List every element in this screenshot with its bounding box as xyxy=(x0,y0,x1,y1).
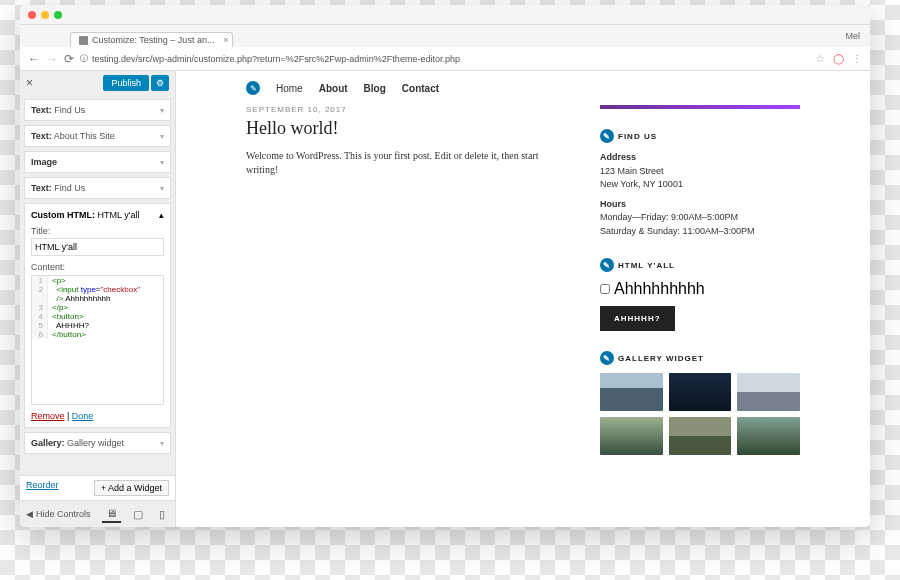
star-icon[interactable]: ☆ xyxy=(816,53,825,64)
widget-item-expanded: Custom HTML: HTML y'all▴ Title: Content:… xyxy=(24,203,171,428)
nav-link[interactable]: Home xyxy=(276,83,303,94)
url-field[interactable]: ⓘ testing.dev/src/wp-admin/customize.php… xyxy=(80,53,810,64)
gallery-image[interactable] xyxy=(737,373,800,411)
title-label: Title: xyxy=(31,226,164,236)
edit-shortcut-icon[interactable]: ✎ xyxy=(600,129,614,143)
nav-link[interactable]: About xyxy=(319,83,348,94)
edit-shortcut-icon[interactable]: ✎ xyxy=(600,258,614,272)
tab-close-icon[interactable]: × xyxy=(223,35,228,45)
nav-back-icon[interactable]: ← xyxy=(28,52,40,66)
tab-title: Customize: Testing – Just an... xyxy=(92,35,214,45)
address-bar: ← → ⟳ ⓘ testing.dev/src/wp-admin/customi… xyxy=(20,47,870,71)
window-titlebar xyxy=(20,5,870,25)
chevron-up-icon[interactable]: ▴ xyxy=(159,210,164,220)
widget-find-us: ✎FIND US Address 123 Main Street New Yor… xyxy=(600,129,800,238)
browser-tabbar: Customize: Testing – Just an... × Mel xyxy=(20,25,870,47)
widget-item[interactable]: Gallery: Gallery widget▾ xyxy=(24,432,171,454)
add-widget-button[interactable]: + Add a Widget xyxy=(94,480,169,496)
site-nav: ✎ Home About Blog Contact xyxy=(176,71,870,105)
widget-item[interactable]: Text: Find Us▾ xyxy=(24,177,171,199)
browser-tab[interactable]: Customize: Testing – Just an... × xyxy=(70,32,233,47)
window-maximize[interactable] xyxy=(54,11,62,19)
nav-link[interactable]: Blog xyxy=(364,83,386,94)
widget-item[interactable]: Image▾ xyxy=(24,151,171,173)
post-body: Welcome to WordPress. This is your first… xyxy=(246,149,570,177)
post: SEPTEMBER 10, 2017 Hello world! Welcome … xyxy=(246,105,570,475)
header-accent xyxy=(600,105,800,109)
opera-icon[interactable]: ◯ xyxy=(833,53,844,64)
demo-checkbox[interactable] xyxy=(600,284,610,294)
nav-reload-icon[interactable]: ⟳ xyxy=(64,52,74,66)
widget-item[interactable]: Text: About This Site▾ xyxy=(24,125,171,147)
chevron-down-icon: ▾ xyxy=(160,132,164,141)
chevron-down-icon: ▾ xyxy=(160,106,164,115)
widget-title-input[interactable] xyxy=(31,238,164,256)
url-text: testing.dev/src/wp-admin/customize.php?r… xyxy=(92,54,460,64)
nav-link[interactable]: Contact xyxy=(402,83,439,94)
gallery-image[interactable] xyxy=(600,417,663,455)
gallery-image[interactable] xyxy=(737,417,800,455)
tab-favicon xyxy=(79,36,88,45)
menu-icon[interactable]: ⋮ xyxy=(852,53,862,64)
profile-name[interactable]: Mel xyxy=(845,31,860,41)
chevron-down-icon: ▾ xyxy=(160,439,164,448)
done-link[interactable]: Done xyxy=(72,411,94,421)
chevron-down-icon: ▾ xyxy=(160,158,164,167)
post-title[interactable]: Hello world! xyxy=(246,118,570,139)
hide-controls-button[interactable]: ◀ Hide Controls xyxy=(26,509,94,519)
edit-shortcut-icon[interactable]: ✎ xyxy=(246,81,260,95)
chevron-down-icon: ▾ xyxy=(160,184,164,193)
edit-shortcut-icon[interactable]: ✎ xyxy=(600,351,614,365)
info-icon: ⓘ xyxy=(80,53,88,64)
remove-link[interactable]: Remove xyxy=(31,411,65,421)
mobile-preview-icon[interactable]: ▯ xyxy=(155,506,169,523)
window-minimize[interactable] xyxy=(41,11,49,19)
tablet-preview-icon[interactable]: ▢ xyxy=(129,506,147,523)
gallery-image[interactable] xyxy=(669,417,732,455)
window-close[interactable] xyxy=(28,11,36,19)
nav-forward-icon[interactable]: → xyxy=(46,52,58,66)
widget-html-yall: ✎HTML Y'ALL Ahhhhhhhhh AHHHHH? xyxy=(600,258,800,331)
close-customizer-icon[interactable]: × xyxy=(26,76,33,90)
gallery-image[interactable] xyxy=(600,373,663,411)
widget-item[interactable]: Text: Find Us▾ xyxy=(24,99,171,121)
reorder-link[interactable]: Reorder xyxy=(26,480,59,496)
post-date: SEPTEMBER 10, 2017 xyxy=(246,105,570,114)
demo-button[interactable]: AHHHHH? xyxy=(600,306,675,331)
publish-button[interactable]: Publish xyxy=(103,75,149,91)
publish-settings-icon[interactable]: ⚙ xyxy=(151,75,169,91)
widget-gallery: ✎GALLERY WIDGET xyxy=(600,351,800,455)
desktop-preview-icon[interactable]: 🖥 xyxy=(102,505,121,523)
code-editor[interactable]: 1<p>2 <input type="checkbox" /> Ahhhhhhh… xyxy=(31,275,164,405)
customizer-sidebar: × Publish ⚙ Text: Find Us▾ Text: About T… xyxy=(20,71,176,527)
content-label: Content: xyxy=(31,262,164,272)
gallery-image[interactable] xyxy=(669,373,732,411)
site-preview: ✎ Home About Blog Contact SEPTEMBER 10, … xyxy=(176,71,870,527)
